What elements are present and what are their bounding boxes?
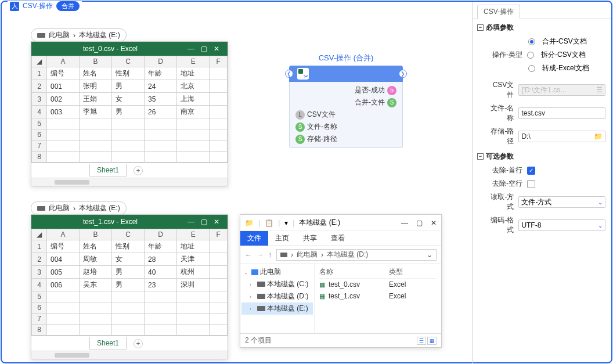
tab-file[interactable]: 文件	[240, 231, 268, 246]
dropdown-icon[interactable]: ▾	[284, 219, 288, 227]
tab-share[interactable]: 共享	[296, 231, 324, 246]
string-port-icon[interactable]: S	[387, 98, 396, 107]
maximize-button[interactable]: ▢	[197, 45, 210, 53]
radio-split[interactable]	[527, 52, 534, 59]
panel-tab[interactable]: CSV-操作	[477, 5, 520, 19]
address-bar[interactable]: ›此电脑›本地磁盘 (D:) ⌄	[276, 249, 437, 261]
encoding-select[interactable]: UTF-8⌄	[518, 219, 605, 231]
breadcrumb-2: 此电脑› 本地磁盘 (E:)	[31, 201, 127, 215]
up-button[interactable]: ↑	[268, 251, 272, 259]
chevron-down-icon: ⌄	[598, 199, 603, 206]
input-port[interactable]: ❮	[285, 70, 293, 78]
list-port-icon[interactable]: L	[295, 110, 305, 120]
disk-icon	[257, 294, 265, 299]
csv-merge-node[interactable]: CSV-操作 (合并) ❮ ❯ 是否-成功b 合并-文件S LCSV文件 S文件…	[289, 53, 403, 148]
tab-home[interactable]: 主页	[268, 231, 296, 246]
excel1-grid: ◢ABCDEF 1编号姓名性别年龄地址 2001张明男24北京 3002王娟女3…	[31, 56, 228, 163]
csv-file-input[interactable]: ['D:\文件1.cs...☰	[518, 84, 605, 96]
excel-window-1: test_0.csv - Excel ― ▢ ✕ ◢ABCDEF 1编号姓名性别…	[31, 41, 228, 186]
breadcrumb-1: 此电脑› 本地磁盘 (E:)	[31, 28, 127, 42]
collapse-icon[interactable]: −	[477, 153, 484, 160]
minimize-button[interactable]: ―	[185, 218, 197, 226]
path-input[interactable]: D:\📁	[518, 131, 605, 142]
maximize-button[interactable]: ▢	[197, 218, 210, 226]
disk-icon	[257, 282, 265, 287]
excel-file-icon: ▦	[319, 281, 325, 289]
sheet-tab[interactable]: Sheet1	[89, 164, 127, 176]
excel2-grid: ◢ABCDEF 1编号姓名性别年龄地址 2004周敏女28天津 3005赵培男4…	[31, 229, 228, 336]
read-mode-select[interactable]: 文件-方式⌄	[518, 196, 605, 208]
properties-panel: CSV-操作 −必填参数 合并-CSV文档 操作-类型拆分-CSV文档 转成-E…	[472, 2, 611, 363]
frame-title: CSV-操作	[23, 1, 53, 11]
string-port-icon[interactable]: S	[295, 135, 305, 144]
maximize-button[interactable]: ▢	[416, 219, 423, 227]
filename-input[interactable]: test.csv	[518, 107, 605, 119]
excel2-title: test_1.csv - Excel	[36, 218, 185, 226]
remove-blank-checkbox[interactable]	[527, 180, 535, 188]
folder-icon[interactable]: 📁	[594, 132, 603, 140]
add-sheet-button[interactable]: +	[134, 339, 143, 348]
chevron-down-icon[interactable]: ⌄	[427, 251, 432, 259]
pc-icon	[251, 269, 258, 275]
folder-tree[interactable]: ⌄此电脑 ›本地磁盘 (C:) ›本地磁盘 (D:) ›本地磁盘 (E:)	[240, 264, 315, 333]
view-icons-button[interactable]: ▦	[427, 337, 437, 345]
mode-badge: 合并	[56, 1, 80, 11]
radio-toexcel[interactable]	[528, 65, 535, 72]
excel1-title: test_0.csv - Excel	[36, 45, 185, 53]
close-button[interactable]: ✕	[210, 218, 223, 226]
chevron-down-icon: ⌄	[598, 222, 603, 229]
person-icon: 人	[10, 2, 19, 11]
node-title: CSV-操作 (合并)	[289, 53, 403, 63]
pin-icon[interactable]: 📋	[265, 219, 273, 227]
output-port[interactable]: ❯	[399, 70, 407, 78]
disk-icon	[280, 253, 287, 257]
forward-button[interactable]: →	[257, 251, 264, 259]
disk-icon	[257, 306, 265, 311]
minimize-button[interactable]: ―	[401, 219, 408, 227]
node-icon	[297, 68, 309, 80]
excel-file-icon: ▦	[319, 293, 325, 300]
string-port-icon[interactable]: S	[295, 122, 305, 132]
add-sheet-button[interactable]: +	[134, 166, 143, 175]
minimize-button[interactable]: ―	[185, 45, 197, 53]
file-row[interactable]: ▦test_1.csvExcel	[319, 290, 437, 302]
status-text: 2 个项目	[245, 336, 272, 345]
tab-view[interactable]: 查看	[324, 231, 352, 246]
list-icon[interactable]: ☰	[596, 86, 603, 94]
close-button[interactable]: ✕	[210, 45, 223, 53]
bool-port-icon[interactable]: b	[387, 86, 396, 95]
view-details-button[interactable]: ☰	[417, 337, 426, 345]
folder-icon: 📁	[245, 219, 254, 227]
close-button[interactable]: ✕	[431, 219, 437, 227]
file-row[interactable]: ▦test_0.csvExcel	[319, 279, 437, 290]
disk-icon	[37, 206, 45, 211]
back-button[interactable]: ←	[245, 251, 252, 259]
excel-window-2: test_1.csv - Excel ― ▢ ✕ ◢ABCDEF 1编号姓名性别…	[31, 214, 228, 359]
remove-header-checkbox[interactable]: ✓	[527, 167, 535, 175]
disk-icon	[37, 33, 45, 38]
file-explorer-window: 📁 | 📋 | ▾ | 本地磁盘 (E:) ― ▢ ✕ 文件 主页 共享 查看	[240, 214, 442, 348]
radio-merge[interactable]	[528, 38, 535, 45]
sheet-tab[interactable]: Sheet1	[89, 337, 127, 349]
collapse-icon[interactable]: −	[477, 24, 484, 31]
